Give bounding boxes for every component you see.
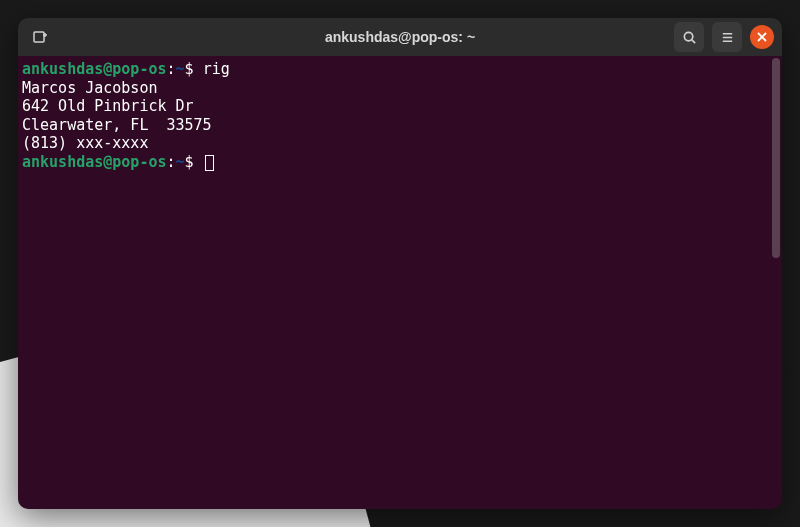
prompt-path: ~: [176, 153, 185, 171]
hamburger-icon: [720, 30, 735, 45]
command-text: rig: [194, 60, 230, 78]
search-icon: [682, 30, 697, 45]
prompt-colon: :: [167, 60, 176, 78]
svg-point-3: [684, 32, 692, 40]
prompt-symbol: $: [185, 153, 194, 171]
menu-button[interactable]: [712, 22, 742, 52]
svg-rect-0: [34, 32, 44, 42]
output-name: Marcos Jacobson: [22, 79, 778, 98]
new-tab-icon: [32, 29, 48, 45]
prompt-symbol: $: [185, 60, 194, 78]
window-title: ankushdas@pop-os: ~: [325, 29, 475, 45]
close-icon: [757, 32, 767, 42]
output-phone: (813) xxx-xxxx: [22, 134, 778, 153]
prompt-user-host: ankushdas@pop-os: [22, 153, 167, 171]
prompt-user-host: ankushdas@pop-os: [22, 60, 167, 78]
new-tab-button[interactable]: [26, 23, 54, 51]
scrollbar[interactable]: [772, 58, 780, 258]
prompt-colon: :: [167, 153, 176, 171]
close-button[interactable]: [750, 25, 774, 49]
titlebar-right: [674, 22, 774, 52]
output-city: Clearwater, FL 33575: [22, 116, 778, 135]
terminal-body[interactable]: ankushdas@pop-os:~$ rig Marcos Jacobson …: [18, 56, 782, 509]
titlebar: ankushdas@pop-os: ~: [18, 18, 782, 56]
cursor: [205, 155, 214, 171]
terminal-window: ankushdas@pop-os: ~: [18, 18, 782, 509]
prompt-line-2: ankushdas@pop-os:~$: [22, 153, 778, 172]
prompt-path: ~: [176, 60, 185, 78]
output-street: 642 Old Pinbrick Dr: [22, 97, 778, 116]
prompt-line-1: ankushdas@pop-os:~$ rig: [22, 60, 778, 79]
search-button[interactable]: [674, 22, 704, 52]
svg-line-4: [691, 39, 694, 42]
titlebar-left: [26, 23, 54, 51]
